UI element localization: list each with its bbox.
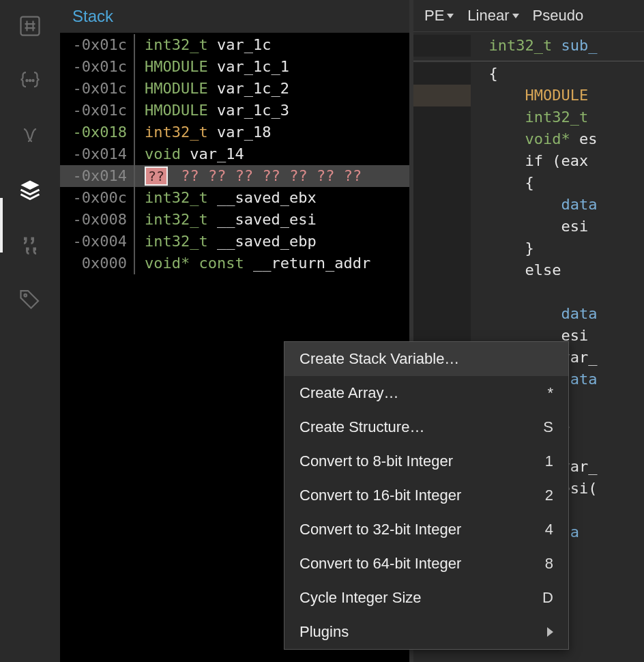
code-line[interactable]: int32_t (413, 106, 644, 128)
x-var-icon[interactable] (16, 121, 44, 149)
context-menu-item[interactable]: Convert to 32-bit Integer4 (284, 513, 568, 547)
svg-point-1 (26, 80, 27, 81)
stack-row[interactable]: 0x000void* const __return_addr (60, 253, 409, 274)
code-line[interactable] (413, 281, 644, 303)
code-line[interactable]: esi (413, 216, 644, 238)
stack-row[interactable]: -0x008int32_t __saved_esi (60, 209, 409, 231)
code-line[interactable]: { (413, 63, 644, 85)
stack-row[interactable]: -0x01cint32_t var_1c (60, 34, 409, 56)
svg-rect-0 (21, 17, 40, 35)
stack-row[interactable]: -0x01cHMODULE var_1c_2 (60, 78, 409, 100)
context-menu-item[interactable]: Create Array…* (284, 376, 568, 410)
code-line[interactable]: else (413, 259, 644, 281)
layers-icon[interactable] (16, 176, 44, 203)
quotes-icon[interactable] (16, 231, 44, 258)
sidebar (0, 0, 60, 662)
code-line[interactable]: data (413, 194, 644, 216)
active-indicator (0, 198, 3, 253)
stack-row[interactable]: -0x014?? ?? ?? ?? ?? ?? ?? ?? (60, 165, 409, 187)
context-menu-item[interactable]: Create Stack Variable… (284, 342, 568, 376)
code-line[interactable]: HMODULE (413, 85, 644, 106)
stack-row[interactable]: -0x004int32_t __saved_ebp (60, 231, 409, 253)
context-menu-item[interactable]: Convert to 8-bit Integer1 (284, 444, 568, 478)
code-line[interactable]: } (413, 238, 644, 259)
view-tab[interactable]: PE (424, 7, 454, 25)
context-menu: Create Stack Variable…Create Array…*Crea… (284, 341, 569, 650)
view-tab[interactable]: Pseudo (533, 7, 584, 25)
view-tab[interactable]: Linear (467, 7, 518, 25)
hash-icon[interactable] (16, 12, 44, 40)
braces-icon[interactable] (16, 67, 44, 94)
code-line[interactable]: data (413, 303, 644, 325)
code-line[interactable]: int32_t sub_ (413, 35, 644, 57)
tag-icon[interactable] (16, 285, 44, 313)
stack-title: Stack (60, 0, 409, 33)
svg-point-4 (24, 294, 27, 297)
stack-row[interactable]: -0x014void var_14 (60, 143, 409, 165)
svg-point-2 (29, 80, 31, 81)
context-menu-item[interactable]: Plugins (284, 615, 568, 649)
code-line[interactable]: if (eax (413, 150, 644, 172)
context-menu-item[interactable]: Convert to 16-bit Integer2 (284, 478, 568, 513)
context-menu-item[interactable]: Cycle Integer SizeD (284, 581, 568, 615)
stack-row[interactable]: -0x01cHMODULE var_1c_3 (60, 100, 409, 121)
stack-row[interactable]: -0x00cint32_t __saved_ebx (60, 187, 409, 209)
stack-row[interactable]: -0x01cHMODULE var_1c_1 (60, 56, 409, 78)
stack-row[interactable]: -0x018int32_t var_18 (60, 121, 409, 143)
view-tabs: PELinearPseudo (413, 0, 644, 32)
svg-point-3 (32, 80, 33, 81)
code-line[interactable]: { (413, 172, 644, 194)
code-line[interactable]: void* es (413, 128, 644, 150)
context-menu-item[interactable]: Create Structure…S (284, 410, 568, 444)
context-menu-item[interactable]: Convert to 64-bit Integer8 (284, 547, 568, 581)
